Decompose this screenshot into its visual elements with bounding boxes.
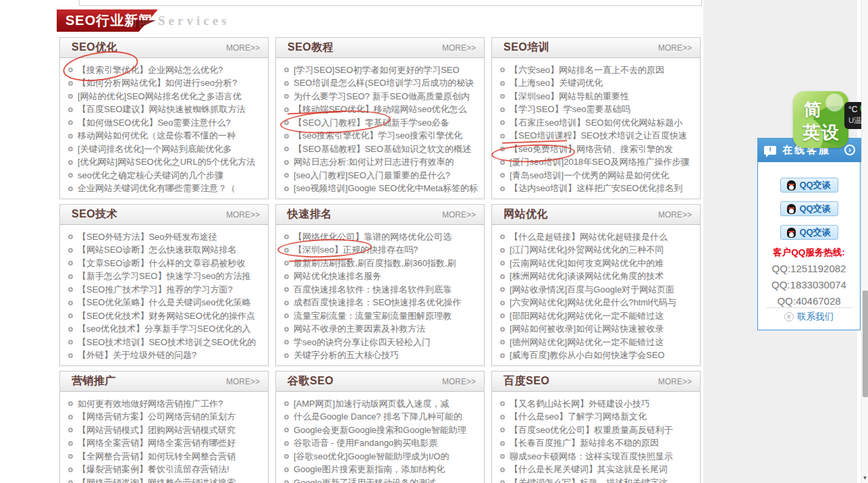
article-link[interactable]: [AMP网页]加速行动版网页载入速度，减 <box>284 397 480 411</box>
article-link[interactable]: 【SEO外链方法】Seo外链发布途径 <box>68 230 264 244</box>
article-link[interactable]: 【石家庄seo培训】SEO如何优化网站标题小 <box>500 116 696 130</box>
article-link[interactable]: 企业网站关键词优化有哪些需要注意？（ <box>68 182 264 196</box>
article-link[interactable]: [网站的优化]SEO网站排名优化之多语言优 <box>68 90 264 103</box>
article-link[interactable]: 什么是Google Dance? 排名下降几种可能的 <box>284 411 480 424</box>
qq-chat-button[interactable]: QQ交谈 <box>780 178 838 193</box>
article-link[interactable]: 【SEO入门教程】零基础新手学seo必备 <box>284 116 480 130</box>
article-link[interactable]: [江门网站优化]外贸网站优化的三种不同 <box>500 244 696 257</box>
article-link[interactable]: 关键字分析的五大核心技巧 <box>284 349 480 363</box>
more-link[interactable]: MORE>> <box>442 43 476 53</box>
article-link[interactable]: [株洲网站优化]谈谈网站优化角度的技术 <box>500 270 696 284</box>
article-link[interactable]: Google会更新Google搜索和Google智能助理 <box>284 424 480 437</box>
article-link[interactable]: seo优化之确定核心关键词的几个步骤 <box>68 169 264 182</box>
article-link[interactable]: 【SEO基础教程】SEO基础知识之软文的概述 <box>284 143 480 156</box>
article-link[interactable]: 【达内seo培训】这样把广安SEO优化排名到 <box>500 182 696 196</box>
article-link[interactable]: 【全网整合营销】如何玩转全网整合营销 <box>68 450 264 463</box>
article-link[interactable]: 【百度seo优化公司】权重质量高反链利于 <box>500 424 696 437</box>
article-link[interactable]: [谷歌seo优化]Google智能助理成为I/O的 <box>284 450 480 463</box>
article-link[interactable]: [云南网站优化]如何攻克网站优化中的难 <box>500 257 696 270</box>
article-link[interactable]: 最新刷法刷指数,刷百度指数,刷360指数,刷 <box>284 257 480 270</box>
article-link[interactable]: 【长春百度推广】新站排名不稳的原因 <box>500 437 696 451</box>
article-link[interactable]: [威海百度]教你从小白如何快速学会SEO <box>500 349 696 363</box>
article-link[interactable]: [优化网站]网站SEO优化之URL的5个优化方法 <box>68 156 264 170</box>
article-link[interactable]: 【深圳seo】正规的快排存在吗? <box>284 244 480 257</box>
vertical-scrollbar[interactable]: ▼ <box>861 0 868 483</box>
article-link[interactable]: [德州网站优化]网站优化一定不能错过这 <box>500 336 696 349</box>
article-link[interactable]: 流量宝刷流量：流量宝刷流量图解原理教 <box>284 309 480 323</box>
article-link[interactable]: 【关键词怎么写】标题、描述和关键字这 <box>500 476 696 483</box>
article-link[interactable]: 如何更有效地做好网络营销推广工作? <box>68 397 264 411</box>
more-link[interactable]: MORE>> <box>442 377 476 386</box>
article-link[interactable]: 【深圳seo】网站导航的重要性 <box>500 90 696 103</box>
more-link[interactable]: MORE>> <box>226 377 260 386</box>
article-link[interactable]: 【如何做SEO优化】Seo需要注意什么? <box>68 116 264 130</box>
article-link[interactable]: 【网络全案营销】网络全案营销有哪些好 <box>68 437 264 451</box>
article-link[interactable]: 【网站SEO诊断】怎么快速获取网站排名 <box>68 244 264 257</box>
article-link[interactable]: 学seo的诀窍分享让你四天轻松入门 <box>284 336 480 349</box>
article-link[interactable]: 【网络营销咨询】网络整合营销讲述搜索 <box>68 476 264 483</box>
collapse-chevron-icon[interactable]: › <box>844 145 855 155</box>
article-link[interactable]: [厦门seo培训]2018年SEO及网络推广操作步骤 <box>500 156 696 170</box>
article-link[interactable]: 【什么是超链接】网站优化超链接是什么 <box>500 230 696 244</box>
article-link[interactable]: 【SEO培训课程】SEO技术培训之让百度快速 <box>500 130 696 143</box>
article-link[interactable]: 网站不收录的主要因素及补救方法 <box>284 323 480 336</box>
article-link[interactable]: 网站优化快速排名服务 <box>284 270 480 284</box>
article-link[interactable]: 【网络优化公司】靠谱的网络优化公司选 <box>284 230 480 244</box>
more-link[interactable]: MORE>> <box>226 210 260 220</box>
article-link[interactable]: 网站日志分析:如何让对日志进行有效率的 <box>284 156 480 170</box>
article-link[interactable]: [邵阳网站优化]网站优化一定不能错过这 <box>500 309 696 323</box>
more-link[interactable]: MORE>> <box>658 43 692 53</box>
article-link[interactable]: [关键词排名优化]一个网站到底能优化多 <box>68 143 264 156</box>
article-link[interactable]: 【百度SEO建议】网站快速被蜘蛛抓取方法 <box>68 103 264 117</box>
article-link[interactable]: 【网站营销模式】团购网站营销模式研究 <box>68 424 264 437</box>
more-link[interactable]: MORE>> <box>226 43 260 53</box>
contact-us-link[interactable]: ≡ 联系我们 <box>758 311 860 323</box>
qq-chat-button[interactable]: QQ交谈 <box>780 225 838 240</box>
article-link[interactable]: 【什么是seo】了解学习网络新文化 <box>500 411 696 424</box>
article-link[interactable]: 【seo免费培训】网络营销、搜索引擎的发 <box>500 143 696 156</box>
more-link[interactable]: MORE>> <box>658 210 692 220</box>
qq-chat-button[interactable]: QQ交谈 <box>780 201 838 216</box>
article-link[interactable]: Google图片搜索更新指南，添加结构化 <box>284 463 480 477</box>
article-link[interactable]: 百度快速排名软件：快速排名软件到底靠 <box>284 283 480 297</box>
article-link[interactable]: 成都百度快速排名：SEO快速排名优化操作 <box>284 297 480 310</box>
article-link[interactable]: 【seo搜索引擎优化】学习seo搜索引擎优化 <box>284 130 480 143</box>
article-link[interactable]: 【如何分析网站优化】如何进行seo分析? <box>68 77 264 91</box>
article-link[interactable]: [学习SEO]SEO初学者如何更好的学习SEO <box>284 63 480 77</box>
article-link[interactable]: [六安网站优化]网站优化是什么?html代码与 <box>500 297 696 310</box>
article-link[interactable]: 【又名鹤山站长网】外链建设小技巧 <box>500 397 696 411</box>
article-link[interactable]: [网站如何被收录]如何让网站快速被收录 <box>500 323 696 336</box>
article-link[interactable]: 谷歌语音 - 使用Fandango购买电影票 <box>284 437 480 451</box>
article-link[interactable]: 【什么是长尾关键词】其实这就是长尾词 <box>500 463 696 477</box>
article-link[interactable]: 为什么要学习SEO? 新手SEO做高质量原创内 <box>284 90 480 103</box>
article-link[interactable]: SEO培训是怎么样(SEO培训学习后成功的秘诀 <box>284 77 480 91</box>
green-leaf-logo[interactable]: 简 英设 <box>793 91 848 148</box>
article-link[interactable]: [seo视频培训]Google SEO优化中Meta标签的标 <box>284 182 480 196</box>
article-link[interactable]: 【六安seo】网站排名一直上不去的原因 <box>500 63 696 77</box>
article-link[interactable]: 【移动端SEO优化】移动端网站seo优化怎么 <box>284 103 480 117</box>
article-link[interactable]: 【爆裂营销案例】餐饮引流留存营销法! <box>68 463 264 477</box>
news-section-box: SEO优化 MORE>> 【搜索引擎优化】企业网站怎么优化? 【如何分析网站优化… <box>59 37 269 199</box>
scroll-down-arrow-icon[interactable]: ▼ <box>862 474 868 483</box>
scrollbar-thumb[interactable] <box>863 290 868 397</box>
article-link[interactable]: 【SEO技术培训】SEO技术培训之SEO优化的 <box>68 336 264 349</box>
article-link[interactable]: 【seo优化技术】分享新手学习SEO优化的入 <box>68 323 264 336</box>
article-link[interactable]: 聊成seo卡硕网络：这样实现百度快照显示 <box>500 450 696 463</box>
article-link[interactable]: 【文章SEO诊断】什么样的文章容易被秒收 <box>68 257 264 270</box>
article-link[interactable]: [网站收录情况]百度与Google对于网站页面 <box>500 283 696 297</box>
article-link[interactable]: 【上海seo】关键词优化 <box>500 77 696 91</box>
article-link[interactable]: Google更新了适用于移动设备的测试， <box>284 476 480 483</box>
article-link[interactable]: 【网络营销方案】公司网络营销的策划方 <box>68 411 264 424</box>
article-link[interactable]: [seo入门教程]SEO入门最重要的是什么? <box>284 169 480 182</box>
more-link[interactable]: MORE>> <box>658 377 692 386</box>
article-link[interactable]: 【外链】关于垃圾外链的问题? <box>68 349 264 363</box>
article-link[interactable]: 【学习SEO】学seo需要基础吗 <box>500 103 696 117</box>
article-link[interactable]: 【SEO优化技术】财务网站SEO优化的操作点 <box>68 309 264 323</box>
article-link[interactable]: 【SEO推广技术学习】推荐的学习方面? <box>68 283 264 297</box>
article-link[interactable]: 【SEO优化策略】什么是关键词seo优化策略 <box>68 297 264 310</box>
article-link[interactable]: 移动网站如何优化（这是你看不懂的一种 <box>68 130 264 143</box>
article-link[interactable]: 【新手怎么学习SEO】快速学习seo的方法推 <box>68 270 264 284</box>
article-link[interactable]: [青岛seo培训]一个优秀的网站是如何优化 <box>500 169 696 182</box>
article-link[interactable]: 【搜索引擎优化】企业网站怎么优化? <box>68 63 264 77</box>
more-link[interactable]: MORE>> <box>442 210 476 220</box>
